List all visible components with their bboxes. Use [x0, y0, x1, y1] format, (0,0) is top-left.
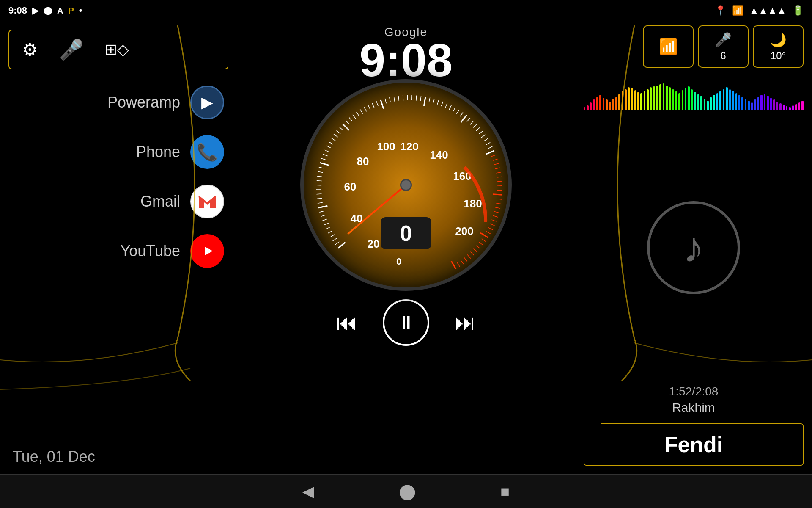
next-button[interactable]: ⏭	[455, 310, 476, 335]
eq-bar	[694, 92, 696, 110]
svg-line-22	[319, 211, 324, 212]
svg-line-15	[332, 238, 337, 241]
poweramp-label: Poweramp	[107, 94, 180, 111]
eq-bar	[789, 107, 790, 110]
eq-bar	[685, 88, 686, 110]
eq-bar	[726, 87, 727, 110]
svg-line-69	[449, 105, 451, 110]
pause-button[interactable]: ⏸	[383, 299, 429, 346]
svg-line-47	[356, 112, 359, 116]
svg-line-101	[488, 227, 493, 229]
dot2-icon: •	[79, 5, 82, 16]
track-title: Fendi	[664, 432, 723, 457]
back-button[interactable]: ◀	[302, 483, 314, 500]
eq-bar	[650, 87, 652, 110]
bottom-nav: ◀ ⬤ ■	[0, 474, 812, 508]
mic-widget[interactable]: 🎤 6	[698, 25, 749, 68]
svg-line-93	[493, 194, 502, 195]
wifi-widget[interactable]: 📶	[643, 25, 694, 68]
eq-bar	[704, 99, 705, 110]
svg-text:80: 80	[357, 155, 369, 168]
svg-line-17	[328, 231, 332, 233]
eq-bar	[609, 102, 611, 110]
svg-line-19	[324, 223, 329, 225]
eq-bar	[615, 97, 617, 110]
speed-display: 0	[381, 217, 431, 249]
eq-bar	[631, 88, 633, 110]
widgets-row: 📶 🎤 6 🌙 10°	[575, 21, 812, 72]
eq-bar	[713, 95, 715, 110]
settings-icon[interactable]: ⚙	[22, 39, 38, 60]
svg-line-20	[322, 219, 327, 221]
eq-bar	[770, 98, 772, 110]
music-icon[interactable]: ♪	[647, 201, 740, 294]
svg-text:140: 140	[430, 149, 448, 161]
equalizer	[575, 72, 812, 114]
svg-line-106	[476, 246, 480, 249]
recents-button[interactable]: ■	[500, 483, 510, 500]
eq-bar	[710, 97, 712, 110]
eq-bar	[603, 98, 604, 110]
apps-grid-icon[interactable]: ⊞◇	[104, 41, 129, 58]
svg-line-98	[493, 215, 498, 217]
eq-bar	[795, 104, 797, 110]
svg-line-30	[317, 176, 322, 177]
svg-line-99	[491, 220, 496, 221]
prev-button[interactable]: ⏮	[336, 310, 357, 335]
eq-bar	[757, 97, 759, 110]
eq-bar	[738, 95, 740, 110]
svg-line-21	[321, 215, 325, 217]
eq-bar	[625, 89, 626, 110]
svg-line-81	[486, 142, 490, 145]
eq-bar	[669, 87, 671, 110]
svg-line-95	[496, 203, 501, 204]
home-button[interactable]: ⬤	[399, 483, 416, 500]
svg-line-82	[488, 146, 493, 149]
eq-bar	[628, 87, 630, 110]
play-icon: ▶	[32, 6, 38, 16]
svg-line-53	[381, 100, 384, 109]
status-bar: 9:08 ▶ ⬤ A P • 📍 📶 ▲▲▲▲ 🔋	[0, 0, 812, 21]
svg-line-100	[490, 224, 495, 226]
svg-line-39	[331, 138, 335, 141]
svg-line-78	[479, 131, 483, 134]
svg-line-89	[497, 177, 502, 177]
eq-bar	[732, 91, 734, 110]
eq-bar	[723, 89, 724, 110]
right-panel: 📶 🎤 6 🌙 10° ♪ 1:52/2:08 Rakhim Fendi	[575, 21, 812, 474]
svg-line-103	[480, 233, 488, 238]
svg-line-54	[385, 99, 386, 104]
eq-bar	[798, 102, 800, 110]
eq-bar	[688, 86, 689, 110]
svg-text:0: 0	[396, 256, 401, 267]
eq-bar	[707, 101, 708, 110]
svg-line-37	[326, 146, 331, 148]
svg-line-57	[398, 96, 399, 101]
svg-line-42	[339, 127, 343, 130]
svg-line-85	[493, 159, 497, 161]
svg-line-62	[420, 96, 421, 101]
microphone-icon[interactable]: 🎤	[59, 38, 83, 61]
track-info: 1:52/2:08 Rakhim	[575, 381, 812, 419]
eq-bar	[773, 99, 775, 110]
track-time: 1:52/2:08	[584, 385, 804, 398]
weather-widget[interactable]: 🌙 10°	[753, 25, 804, 68]
svg-line-50	[368, 105, 370, 110]
dot-icon: ⬤	[44, 6, 52, 15]
svg-line-44	[346, 121, 349, 124]
eq-bar	[786, 106, 787, 110]
svg-line-90	[497, 181, 502, 182]
svg-line-109	[467, 255, 471, 259]
youtube-label: YouTube	[121, 242, 180, 260]
svg-line-112	[457, 262, 460, 267]
phone-label: Phone	[136, 143, 180, 161]
eq-bar	[741, 97, 743, 110]
svg-line-68	[445, 103, 447, 108]
svg-line-64	[429, 97, 430, 102]
svg-line-75	[470, 121, 473, 125]
needle-center	[400, 179, 412, 191]
eq-bar	[783, 105, 785, 110]
signal-icon: ▲▲▲▲	[749, 5, 786, 16]
svg-line-32	[319, 167, 324, 168]
eq-bar	[754, 99, 756, 110]
